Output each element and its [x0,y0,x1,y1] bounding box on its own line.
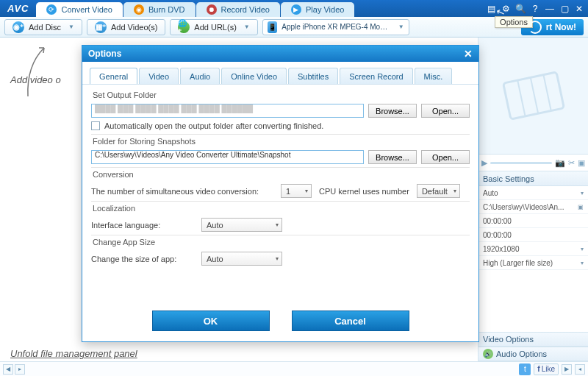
btn-label: Add Disc [29,23,61,32]
nav-collapse-icon[interactable]: ◂ [575,364,585,375]
title-tabs: ⟳ Convert Video ◉ Burn DVD ⏺ Record Vide… [36,0,355,17]
open-output-button[interactable]: Open... [421,104,470,118]
auto-open-checkbox[interactable] [91,121,100,130]
speaker-icon: 🔊 [483,349,493,359]
options-tab-subtitles[interactable]: Subtitles [288,68,338,84]
tab-label: Burn DVD [148,5,185,14]
twitter-icon[interactable]: t [519,363,531,375]
setting-end-time[interactable]: 00:00:00 [478,228,588,242]
search-icon[interactable]: 🔍 [514,3,526,15]
crop-icon[interactable]: ▣ [578,158,585,168]
cancel-button[interactable]: Cancel [292,311,409,331]
add-urls-button[interactable]: 🌐⁺ Add URL(s) ▼ [170,19,257,35]
setting-output-path[interactable]: C:\Users\wy\Videos\An...▣ [478,200,588,214]
group-output-folder: Set Output Folder [91,88,470,102]
scissors-icon[interactable]: ✂ [568,158,575,168]
cpu-kernel-select[interactable]: Default [417,184,460,198]
tab-play-video[interactable]: ▶ Play Video [281,2,354,17]
tab-burn-dvd[interactable]: ◉ Burn DVD [123,2,196,17]
bottom-bar: ◀ ▸ t fLike ▶ ◂ [0,361,588,376]
maximize-icon[interactable]: ▢ [559,3,570,15]
dialog-close-button[interactable]: ✕ [464,48,473,60]
tab-record-video[interactable]: ⏺ Record Video [196,2,280,17]
snapshot-icon[interactable]: 📷 [555,158,565,168]
options-tab-video[interactable]: Video [139,68,179,84]
dialog-body: Set Output Folder ████ ███ ████ ████ ███… [82,85,478,303]
profile-label: Apple iPhone XR MPEG-4 Movie (*.m... [282,23,391,31]
setting-quality[interactable]: High (Larger file size)▾ [478,256,588,270]
chevron-down-icon: ▼ [244,24,250,30]
options-dialog: Options ✕ General Video Audio Online Vid… [82,45,479,342]
play-icon: ▶ [291,4,301,15]
help-icon[interactable]: ? [529,3,541,15]
interface-lang-select[interactable]: Auto [201,218,282,232]
browse-snapshot-button[interactable]: Browse... [368,150,417,164]
preview-controls: ▶ 📷 ✂ ▣ [478,154,588,171]
group-localization: Localization [91,201,470,215]
tab-label: Convert Video [61,5,112,14]
setting-start-time[interactable]: 00:00:00 [478,214,588,228]
simultaneous-label: The number of simultaneous video convers… [91,187,273,196]
play-button-icon[interactable]: ▶ [481,158,487,168]
app-size-select[interactable]: Auto [201,252,282,266]
facebook-like-button[interactable]: fLike [534,363,559,375]
seek-slider[interactable] [490,162,552,164]
chevron-down-icon: ▾ [581,246,584,252]
options-tab-general[interactable]: General [90,68,137,84]
svg-line-3 [543,75,551,111]
arrow-annotation-icon [22,43,59,99]
tab-label: Play Video [306,5,344,14]
auto-open-label: Automatically open the output folder aft… [104,121,323,130]
setting-resolution[interactable]: 1920x1080▾ [478,242,588,256]
btn-label: rt Now! [546,22,576,32]
record-icon: ⏺ [207,4,217,15]
options-tab-audio[interactable]: Audio [180,68,220,84]
audio-options-header[interactable]: 🔊Audio Options [478,347,588,361]
svg-line-1 [517,80,525,116]
options-tab-online-video[interactable]: Online Video [221,68,287,84]
right-panel: ▶ 📷 ✂ ▣ Basic Settings Auto▾ C:\Users\wy… [478,38,588,361]
add-videos-button[interactable]: ▦⁺ Add Video(s) [87,19,165,35]
annotation-unfold-panel: Unfold file management panel [10,348,137,359]
options-tab-misc[interactable]: Misc. [415,68,453,84]
nav-expand-icon[interactable]: ▸ [15,364,25,375]
video-preview [478,38,588,154]
tab-label: Record Video [221,5,270,14]
globe-icon: 🌐⁺ [178,21,190,33]
snapshot-folder-input[interactable]: C:\Users\wy\Videos\Any Video Converter U… [91,150,364,164]
annotation-add-video: Add video o [10,74,61,85]
disc-icon: ◉⁺ [12,21,24,33]
folder-icon: ▣ [578,204,584,210]
add-disc-button[interactable]: ◉⁺ Add Disc ▼ [4,19,82,35]
output-profile-picker[interactable]: 📱 Apple iPhone XR MPEG-4 Movie (*.m... ▼ [262,19,409,35]
basic-settings-header: Basic Settings [478,171,588,186]
video-add-icon: ▦⁺ [95,21,107,33]
options-tab-screen-record[interactable]: Screen Record [340,68,412,84]
nav-next-icon[interactable]: ▶ [562,364,572,375]
open-snapshot-button[interactable]: Open... [421,150,470,164]
output-folder-input[interactable]: ████ ███ ████ ████ ███ ████ ██████ [91,104,364,118]
chevron-down-icon: ▼ [68,24,74,30]
browse-output-button[interactable]: Browse... [368,104,417,118]
nav-prev-icon[interactable]: ◀ [3,364,13,375]
simultaneous-select[interactable]: 1 [281,184,312,198]
video-options-header[interactable]: Video Options [478,332,588,347]
dialog-titlebar: Options ✕ [82,46,478,62]
app-logo: AVC [3,3,33,14]
setting-auto[interactable]: Auto▾ [478,186,588,200]
group-snapshot-folder: Folder for Storing Snapshots [91,134,470,148]
refresh-icon [528,21,542,34]
social-buttons: t fLike ▶ ◂ [519,363,585,375]
svg-line-2 [530,77,537,113]
device-icon: 📱 [268,21,278,33]
dialog-tabs: General Video Audio Online Video Subtitl… [82,62,478,85]
ok-button[interactable]: OK [152,311,270,331]
convert-icon: ⟳ [46,4,57,15]
cpu-kernel-label: CPU kernel uses number [319,187,409,196]
tab-convert-video[interactable]: ⟳ Convert Video [36,2,123,17]
dialog-button-row: OK Cancel [82,303,478,341]
close-icon[interactable]: ✕ [573,3,585,15]
chevron-down-icon: ▾ [581,190,584,196]
btn-label: Add URL(s) [194,23,236,32]
minimize-icon[interactable]: — [544,3,556,15]
